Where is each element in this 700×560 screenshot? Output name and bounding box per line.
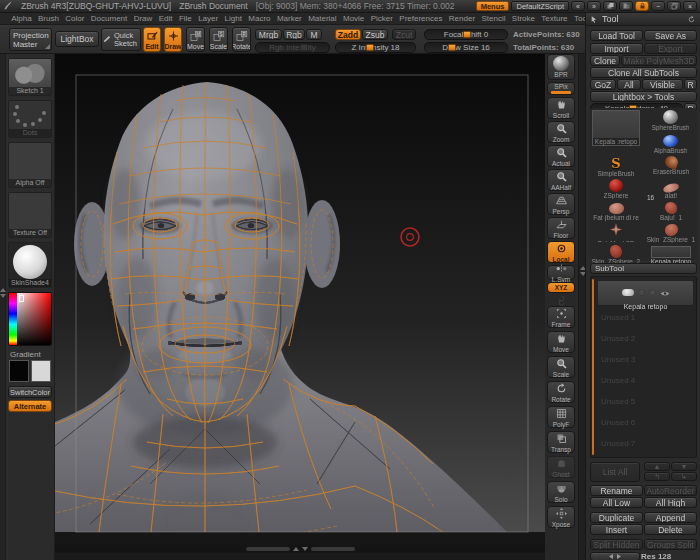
current-brush-thumbnail[interactable]: Sketch 1 bbox=[8, 58, 52, 96]
toolbar-polyf-button[interactable]: PolyF bbox=[547, 406, 575, 428]
menus-button[interactable]: Menus bbox=[476, 1, 510, 11]
lock-icon[interactable] bbox=[635, 1, 649, 11]
tray-scroll-left-icon[interactable]: « bbox=[571, 1, 585, 11]
insert-button[interactable]: Insert bbox=[590, 524, 643, 535]
edit-button[interactable]: Edit bbox=[143, 27, 161, 52]
menu-edit[interactable]: Edit bbox=[156, 14, 176, 23]
palette-config-icon[interactable] bbox=[603, 1, 617, 11]
menu-stencil[interactable]: Stencil bbox=[478, 14, 508, 23]
split-hidden-button[interactable]: Split Hidden bbox=[590, 539, 643, 550]
menu-movie[interactable]: Movie bbox=[340, 14, 368, 23]
tool-item-baju-1[interactable]: 16Baju!_1 bbox=[645, 201, 697, 221]
color-picker[interactable] bbox=[8, 292, 52, 346]
goz-r-button[interactable]: R bbox=[684, 79, 697, 90]
focal-shift-slider[interactable]: Focal Shift 0 bbox=[424, 29, 508, 40]
toolbar-solo-button[interactable]: Solo bbox=[547, 481, 575, 503]
subtool-item-unused-2[interactable]: Unused 2 bbox=[601, 334, 635, 343]
minimize-button[interactable]: − bbox=[651, 1, 665, 11]
sidebar-divider-handle-2[interactable] bbox=[0, 294, 6, 298]
duplicate-button[interactable]: Duplicate bbox=[590, 512, 643, 523]
toolbar-l-sym-button[interactable]: L.Sym bbox=[547, 265, 575, 280]
panel-divider[interactable] bbox=[578, 54, 585, 560]
tool-item-alphabrush[interactable]: AlphaBrush bbox=[644, 132, 697, 154]
rotate-button[interactable]: R Rotate bbox=[232, 27, 251, 52]
menu-material[interactable]: Material bbox=[305, 14, 340, 23]
z-intensity-slider[interactable]: Z Intensity 18 bbox=[335, 42, 416, 53]
toolbar-persp-button[interactable]: Persp bbox=[547, 193, 575, 215]
clone-all-subtools-button[interactable]: Clone All SubTools bbox=[590, 67, 697, 78]
all-high-button[interactable]: All High bbox=[644, 497, 697, 508]
projection-master-button[interactable]: Projection Master bbox=[9, 28, 52, 51]
scroll-down-icon[interactable] bbox=[302, 547, 308, 551]
tool-panel-header[interactable]: Tool bbox=[586, 13, 700, 26]
zadd-button[interactable]: Zadd bbox=[335, 29, 361, 40]
toolbar-ghost-button[interactable]: Ghost bbox=[547, 456, 575, 478]
lightbox-tools-button[interactable]: Lightbox > Tools bbox=[590, 91, 697, 102]
save-as-button[interactable]: Save As bbox=[644, 30, 697, 41]
active-tool-preview[interactable]: Kepala :retopo bbox=[592, 110, 640, 146]
subtool-list[interactable]: Kepala retopo Unused 1Unused 2Unused 3Un… bbox=[590, 276, 697, 458]
tool-item-kepala-retopo[interactable]: Kepala retopo bbox=[645, 245, 697, 265]
paint-icon[interactable] bbox=[638, 289, 645, 296]
sculpt-3d-view[interactable] bbox=[55, 54, 545, 545]
tool-item-fat-belum-di-re[interactable]: Fat (belum di re bbox=[590, 201, 642, 221]
switch-color-button[interactable]: SwitchColor bbox=[8, 386, 52, 398]
toolbar-spix-button[interactable]: SPix bbox=[547, 82, 575, 95]
import-button[interactable]: Import bbox=[590, 43, 643, 54]
rgb-intensity-slider[interactable]: Rgb Intensity bbox=[255, 42, 330, 53]
toolbar-mini-gyro-button[interactable] bbox=[547, 295, 575, 304]
export-button[interactable]: Export bbox=[644, 43, 697, 54]
toolbar-rotate-button[interactable]: Rotate bbox=[547, 381, 575, 403]
tool-item-simplebrush[interactable]: SSimpleBrush bbox=[590, 157, 642, 177]
menu-stroke[interactable]: Stroke bbox=[509, 14, 539, 23]
groups-split-button[interactable]: Groups Split bbox=[644, 539, 697, 550]
autoreorder-button[interactable]: AutoReorder bbox=[644, 485, 697, 496]
toolbar-actual-button[interactable]: Actual bbox=[547, 145, 575, 167]
palette-switch-icon[interactable] bbox=[619, 1, 633, 11]
clone-button[interactable]: Clone bbox=[590, 55, 620, 66]
tool-item-skin-zsphere-1[interactable]: Skin_ZSphere_1 bbox=[645, 223, 697, 243]
subtool-item-unused-3[interactable]: Unused 3 bbox=[601, 355, 635, 364]
menu-texture[interactable]: Texture bbox=[538, 14, 571, 23]
draw-size-handle[interactable] bbox=[448, 44, 456, 51]
menu-file[interactable]: File bbox=[176, 14, 195, 23]
color-picker-cursor[interactable] bbox=[19, 295, 24, 302]
goz-visible-button[interactable]: Visible bbox=[642, 79, 683, 90]
menu-picker[interactable]: Picker bbox=[368, 14, 397, 23]
focal-shift-handle[interactable] bbox=[463, 31, 471, 38]
sculpt-icon[interactable] bbox=[649, 289, 656, 296]
toolbar-zoom-button[interactable]: Zoom bbox=[547, 121, 575, 143]
current-texture-thumbnail[interactable]: Texture Off bbox=[8, 192, 52, 238]
menu-layer[interactable]: Layer bbox=[195, 14, 221, 23]
menu-macro[interactable]: Macro bbox=[245, 14, 274, 23]
restore-button[interactable] bbox=[667, 1, 681, 11]
delete-button[interactable]: Delete bbox=[644, 524, 697, 535]
scroll-up-icon[interactable] bbox=[293, 547, 299, 551]
menu-render[interactable]: Render bbox=[446, 14, 479, 23]
goz-button[interactable]: GoZ bbox=[590, 79, 616, 90]
subtool-item-unused-1[interactable]: Unused 1 bbox=[601, 313, 635, 322]
toolbar-transp-button[interactable]: Transp bbox=[547, 431, 575, 453]
tool-item-eraserbrush[interactable]: EraserBrush bbox=[645, 155, 697, 175]
toolbar-aahalf-button[interactable]: AAHalf bbox=[547, 169, 575, 191]
move-top-icon[interactable]: ↰ bbox=[644, 472, 670, 481]
canvas-scrollbar[interactable] bbox=[55, 545, 545, 553]
current-alpha-thumbnail[interactable]: Alpha Off bbox=[8, 142, 52, 188]
subtool-scrollbar[interactable] bbox=[592, 279, 594, 455]
menu-marker[interactable]: Marker bbox=[274, 14, 305, 23]
default-zscript-button[interactable]: DefaultZScript bbox=[511, 1, 569, 11]
subtool-item-selected[interactable]: Kepala retopo bbox=[597, 280, 694, 306]
menu-draw[interactable]: Draw bbox=[130, 14, 155, 23]
tool-item-skin-zsphere-2[interactable]: Skin_ZSphere_2 bbox=[590, 245, 642, 265]
menu-color[interactable]: Color bbox=[62, 14, 88, 23]
zcut-button[interactable]: Zcut bbox=[392, 29, 416, 40]
menu-alpha[interactable]: Alpha bbox=[8, 14, 35, 23]
subtool-item-unused-5[interactable]: Unused 5 bbox=[601, 397, 635, 406]
move-up-icon[interactable]: ▲ bbox=[644, 462, 670, 471]
menu-preferences[interactable]: Preferences bbox=[396, 14, 446, 23]
draw-size-slider[interactable]: Draw Size 16 bbox=[424, 42, 508, 53]
mrgb-button[interactable]: Mrgb bbox=[255, 29, 282, 40]
subtool-item-unused-6[interactable]: Unused 6 bbox=[601, 418, 635, 427]
all-low-button[interactable]: All Low bbox=[590, 497, 643, 508]
scroll-handle-right[interactable] bbox=[311, 547, 355, 551]
